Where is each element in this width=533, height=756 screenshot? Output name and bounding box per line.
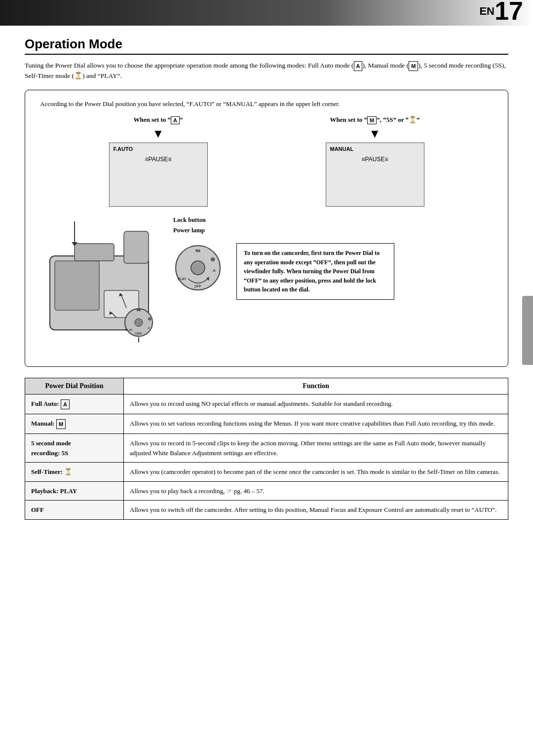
screen-label-right: When set to “M”, “5S” or “⏳” <box>330 116 420 124</box>
svg-text:5S: 5S <box>137 308 141 312</box>
svg-text:OFF: OFF <box>135 332 142 335</box>
full-auto-icon-screen: A <box>171 116 180 124</box>
mode-label-left: F.AUTO <box>114 146 203 152</box>
svg-rect-3 <box>124 231 149 263</box>
diagram-lower: 5S Ⓜ A OFF PLAY <box>35 216 498 357</box>
svg-point-6 <box>135 319 143 326</box>
arrow-left: ▼ <box>152 127 164 141</box>
camera-illustration: 5S Ⓜ A OFF PLAY <box>35 216 163 357</box>
position-off: OFF <box>25 501 124 520</box>
dial-labels: Lock button Power lamp <box>173 216 206 234</box>
function-manual: Allows you to set various recording func… <box>124 414 508 434</box>
svg-text:Ⓜ: Ⓜ <box>211 257 215 262</box>
position-self-timer: Self-Timer: ⏳ <box>25 463 124 482</box>
position-full-auto: Full Auto: A <box>25 394 124 414</box>
dial-section: Lock button Power lamp 5S Ⓜ A OFF PLA <box>173 216 498 300</box>
svg-point-20 <box>191 261 205 275</box>
table-row: Full Auto: A Allows you to record using … <box>25 394 508 414</box>
full-auto-icon-table: A <box>61 399 70 410</box>
dial-circle-area: 5S Ⓜ A OFF PLAY <box>173 243 223 292</box>
function-table: Power Dial Position Function Full Auto: … <box>25 378 508 520</box>
manual-icon: M <box>409 61 418 72</box>
screen-group-left: When set to “A” ▼ F.AUTO ≡PAUSE≡ <box>109 116 208 207</box>
screen-box-left: F.AUTO ≡PAUSE≡ <box>109 143 208 207</box>
svg-text:OFF: OFF <box>194 285 201 288</box>
svg-text:A: A <box>148 326 150 329</box>
screen-box-right: MANUAL ≡PAUSE≡ <box>326 143 424 207</box>
function-play: Allows you to play back a recording, ☞ p… <box>124 481 508 501</box>
svg-text:PLAY: PLAY <box>125 328 133 331</box>
diagram-notice: According to the Power Dial position you… <box>35 99 340 109</box>
camera-svg: 5S Ⓜ A OFF PLAY <box>35 216 163 355</box>
table-row: OFF Allows you to switch off the camcord… <box>25 501 508 520</box>
screen-label-left: When set to “A” <box>134 116 183 124</box>
manual-icon-screen: M <box>367 116 377 124</box>
header-bar: EN 17 <box>0 0 533 26</box>
lock-button-label: Lock button <box>173 216 206 224</box>
manual-icon-table: M <box>56 419 66 430</box>
page-title: Operation Mode <box>25 36 508 55</box>
table-header-function: Function <box>124 378 508 394</box>
pause-label-left: ≡PAUSE≡ <box>145 156 172 163</box>
diagram-upper: According to the Power Dial position you… <box>35 99 498 212</box>
instructions-box: To turn on the camcorder, first turn the… <box>236 243 394 300</box>
table-row: Self-Timer: ⏳ Allows you (camcorder oper… <box>25 463 508 482</box>
svg-text:Ⓜ: Ⓜ <box>148 317 152 321</box>
page-number: 17 <box>495 0 523 24</box>
main-content: Operation Mode Tuning the Power Dial all… <box>0 26 533 530</box>
mode-label-right: MANUAL <box>330 146 420 152</box>
function-5s: Allows you to record in 5-second clips t… <box>124 434 508 463</box>
table-row: Playback: PLAY Allows you to play back a… <box>25 481 508 501</box>
full-auto-icon: A <box>354 61 363 72</box>
function-off: Allows you to switch off the camcorder. … <box>124 501 508 520</box>
screen-group-right: When set to “M”, “5S” or “⏳” ▼ MANUAL ≡P… <box>326 116 424 207</box>
position-play: Playback: PLAY <box>25 481 124 501</box>
position-5s: 5 second moderecording: 5S <box>25 434 124 463</box>
svg-text:PLAY: PLAY <box>178 277 187 281</box>
pause-label-right: ≡PAUSE≡ <box>362 156 388 163</box>
en-label: EN <box>479 5 495 18</box>
svg-text:A: A <box>213 268 216 273</box>
table-section: Power Dial Position Function Full Auto: … <box>25 378 508 520</box>
table-row: Manual: M Allows you to set various reco… <box>25 414 508 434</box>
dial-svg: 5S Ⓜ A OFF PLAY <box>173 243 223 292</box>
svg-rect-1 <box>55 261 99 310</box>
diagram-box: According to the Power Dial position you… <box>25 90 508 367</box>
function-self-timer: Allows you (camcorder operator) to becom… <box>124 463 508 482</box>
svg-text:5S: 5S <box>195 249 200 253</box>
table-header-position: Power Dial Position <box>25 378 124 394</box>
svg-rect-2 <box>75 244 114 261</box>
arrow-right: ▼ <box>369 127 381 141</box>
screens-row: When set to “A” ▼ F.AUTO ≡PAUSE≡ When se… <box>35 116 498 207</box>
power-lamp-label: Power lamp <box>173 227 206 234</box>
function-full-auto: Allows you to record using NO special ef… <box>124 394 508 414</box>
position-manual: Manual: M <box>25 414 124 434</box>
table-row: 5 second moderecording: 5S Allows you to… <box>25 434 508 463</box>
intro-text: Tuning the Power Dial allows you to choo… <box>25 61 508 81</box>
right-tab <box>522 296 533 365</box>
